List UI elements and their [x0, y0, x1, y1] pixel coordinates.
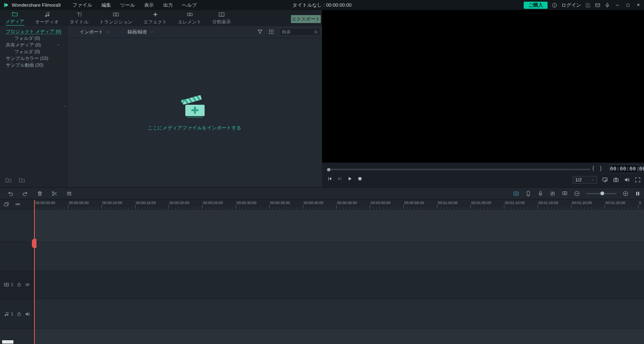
mark-out-icon[interactable]: } — [600, 165, 602, 171]
add-folder-icon[interactable] — [5, 177, 12, 184]
menu-item[interactable]: 出力 — [163, 2, 173, 8]
seek-handle[interactable] — [327, 168, 330, 171]
view-grid-icon[interactable] — [268, 29, 274, 35]
chevron-down-icon[interactable] — [56, 29, 60, 34]
menu-item[interactable]: 表示 — [144, 2, 154, 8]
split-icon[interactable] — [52, 191, 57, 197]
info-icon[interactable] — [552, 3, 557, 8]
link-clips-icon[interactable] — [15, 202, 21, 207]
seek-bar[interactable] — [327, 169, 590, 170]
toggle-visibility-icon[interactable] — [25, 282, 30, 287]
zoom-in-icon[interactable] — [623, 191, 628, 197]
video-track-header: 1 — [0, 270, 34, 299]
media-toolbar: インポート 録画/録音 — [67, 26, 322, 38]
library-tree-item[interactable]: 共有メディア (0) — [0, 41, 67, 48]
audio-mixer-icon[interactable] — [550, 191, 556, 197]
lock-track-icon[interactable] — [16, 282, 22, 287]
library-tree-item[interactable]: フォルダ (0) — [0, 48, 67, 55]
tab-icon — [44, 11, 50, 18]
voice-record-icon[interactable] — [605, 3, 610, 8]
playhead[interactable] — [34, 200, 35, 344]
menu-item[interactable]: ヘルプ — [182, 2, 197, 8]
fullscreen-icon[interactable] — [635, 177, 641, 183]
export-button[interactable]: エクスポート — [291, 15, 321, 23]
render-preview-icon[interactable] — [513, 191, 519, 197]
tab-label: オーディオ — [35, 19, 59, 25]
timeline-ruler[interactable]: 00:00:00:0000:00:05:0000:00:10:0000:00:1… — [34, 199, 644, 210]
tab-icon — [113, 11, 119, 18]
undo-icon[interactable] — [8, 191, 13, 197]
asset-tab[interactable]: トランジション — [94, 10, 138, 26]
next-frame-icon[interactable] — [337, 176, 343, 181]
device-preview-icon[interactable] — [525, 191, 531, 197]
purchase-button[interactable]: ご購入 — [524, 2, 548, 9]
search-icon[interactable] — [314, 30, 318, 34]
display-settings-icon[interactable] — [602, 177, 608, 183]
save-icon[interactable] — [585, 3, 591, 8]
asset-tab[interactable]: エレメント — [172, 10, 207, 26]
minimize-button[interactable]: – — [614, 2, 621, 8]
asset-tab[interactable]: 分割表示 — [207, 10, 236, 26]
audio-track-lane[interactable] — [0, 299, 644, 328]
library-tree-item[interactable]: サンプルカラー (15) — [0, 55, 67, 62]
menu-item[interactable]: ツール — [120, 2, 135, 8]
zoom-out-icon[interactable] — [574, 191, 580, 197]
mark-in-icon[interactable]: { — [592, 165, 594, 171]
stop-icon[interactable] — [357, 176, 363, 181]
video-track-lane[interactable] — [0, 270, 644, 299]
feedback-mail-icon[interactable] — [595, 3, 600, 8]
ruler-timecode-label: 00:01:00:00 — [438, 201, 458, 205]
timeline-empty-lane[interactable] — [0, 328, 644, 344]
tab-icon — [152, 11, 158, 18]
import-hint-text: ここにメディアファイルをインポートする — [148, 125, 241, 131]
adjust-properties-icon[interactable] — [66, 191, 72, 197]
filter-icon[interactable] — [257, 29, 263, 35]
import-dropdown[interactable]: インポート — [80, 29, 110, 35]
volume-icon[interactable] — [624, 177, 630, 183]
timeline-scrollbar-thumb[interactable] — [2, 340, 13, 344]
mute-track-icon[interactable] — [25, 311, 30, 317]
maximize-button[interactable]: □ — [625, 2, 631, 8]
tab-label: エレメント — [178, 19, 201, 25]
chevron-down-icon[interactable] — [56, 43, 60, 47]
tab-label: エフェクト — [143, 19, 167, 25]
library-tree-item[interactable]: フォルダ (0) — [0, 35, 67, 41]
delete-icon[interactable] — [37, 191, 43, 197]
previous-frame-icon[interactable] — [327, 176, 332, 181]
library-tree-item[interactable]: プロジェクト メディア (0) — [0, 28, 67, 35]
timeline-empty-lane[interactable] — [0, 241, 644, 270]
collapse-sidebar-icon[interactable]: ‹ — [65, 103, 66, 109]
fit-timeline-icon[interactable] — [635, 191, 641, 197]
search-input[interactable] — [282, 29, 314, 34]
snapshot-icon[interactable] — [613, 177, 619, 183]
asset-tab[interactable]: オーディオ — [30, 10, 64, 26]
delete-folder-icon[interactable] — [18, 177, 25, 184]
voiceover-icon[interactable] — [538, 191, 543, 197]
ruler-timecode-label: 00:00:05:00 — [69, 201, 89, 205]
menu-item[interactable]: ファイル — [73, 2, 92, 8]
menu-item[interactable]: 編集 — [101, 2, 111, 8]
record-dropdown[interactable]: 録画/録音 — [127, 29, 154, 35]
media-empty-state[interactable]: ここにメディアファイルをインポートする — [67, 92, 322, 131]
play-icon[interactable] — [347, 176, 353, 181]
timeline-zoom-slider[interactable] — [586, 193, 616, 194]
lock-track-icon[interactable] — [16, 311, 22, 317]
asset-tab[interactable]: メディア — [0, 10, 30, 26]
redo-icon[interactable] — [22, 191, 28, 197]
timeline-panel: 1 1 00:00:00:0000:00:05:0000:00:10:0000:… — [0, 199, 644, 344]
library-tree-item[interactable]: サンプル動画 (20) — [0, 62, 67, 68]
asset-tab[interactable]: エフェクト — [138, 10, 172, 26]
zoom-slider-knob[interactable] — [600, 191, 604, 195]
close-button[interactable]: × — [635, 2, 641, 8]
login-button[interactable]: ログイン — [561, 2, 581, 8]
add-marker-icon[interactable] — [562, 191, 568, 197]
playback-quality-dropdown[interactable]: 1/2 — [573, 176, 597, 184]
timeline-corner-tools — [0, 199, 34, 210]
timeline-empty-lane[interactable] — [0, 210, 644, 241]
clapperboard-import-icon[interactable] — [179, 92, 210, 120]
ruler-timecode-label: 00:00:15:00 — [136, 201, 156, 205]
asset-tab[interactable]: タイトル — [64, 10, 94, 26]
ruler-timecode-label: 00:00:55:00 — [404, 201, 424, 205]
playhead-handle[interactable] — [32, 239, 36, 248]
manage-tracks-icon[interactable] — [4, 202, 9, 207]
